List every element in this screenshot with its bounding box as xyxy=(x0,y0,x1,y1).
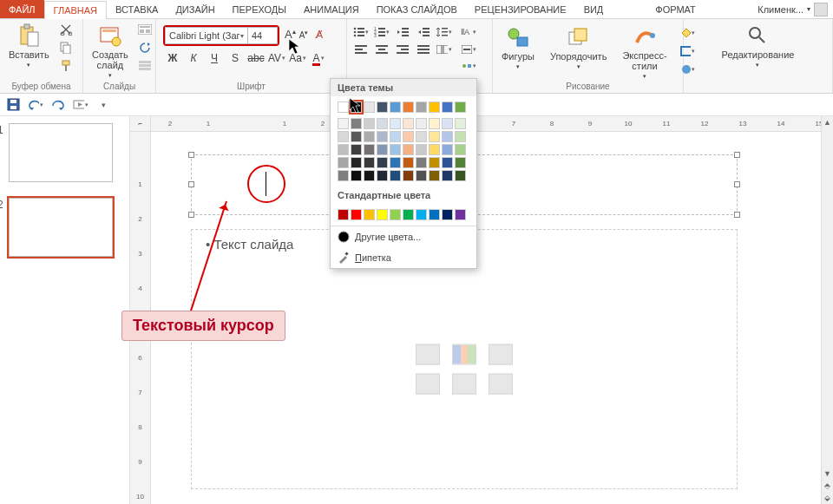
color-swatch[interactable] xyxy=(338,144,349,155)
color-swatch[interactable] xyxy=(442,101,453,113)
color-swatch[interactable] xyxy=(364,101,375,113)
color-swatch[interactable] xyxy=(403,209,414,220)
color-swatch[interactable] xyxy=(429,101,440,113)
color-swatch[interactable] xyxy=(442,170,453,181)
redo-icon[interactable] xyxy=(50,97,66,113)
tab-review[interactable]: РЕЦЕНЗИРОВАНИЕ xyxy=(466,0,575,18)
shapes-button[interactable]: Фигуры▾ xyxy=(498,23,538,72)
align-vert-button[interactable]: ▾ xyxy=(460,43,477,56)
color-swatch[interactable] xyxy=(429,157,440,168)
tab-transitions[interactable]: ПЕРЕХОДЫ xyxy=(224,0,295,18)
color-swatch[interactable] xyxy=(455,118,466,129)
arrange-button[interactable]: Упорядочить▾ xyxy=(547,23,610,72)
tab-home[interactable]: ГЛАВНАЯ xyxy=(44,1,107,19)
increase-indent-button[interactable] xyxy=(415,25,432,39)
color-swatch[interactable] xyxy=(338,157,349,168)
account-area[interactable]: Клименк... ▾ xyxy=(752,0,833,18)
color-swatch[interactable] xyxy=(338,101,349,113)
color-swatch[interactable] xyxy=(364,144,375,155)
color-swatch[interactable] xyxy=(351,118,362,129)
insert-chart-icon[interactable] xyxy=(452,344,476,365)
paste-button[interactable]: Вставить ▾ xyxy=(5,22,53,70)
color-swatch[interactable] xyxy=(429,209,440,220)
color-swatch[interactable] xyxy=(390,157,401,168)
insert-online-picture-icon[interactable] xyxy=(452,374,476,395)
color-swatch[interactable] xyxy=(455,209,466,220)
color-swatch[interactable] xyxy=(364,170,375,181)
color-swatch[interactable] xyxy=(338,118,349,129)
color-swatch[interactable] xyxy=(442,118,453,129)
color-swatch[interactable] xyxy=(390,170,401,181)
color-swatch[interactable] xyxy=(416,131,427,142)
color-swatch[interactable] xyxy=(429,131,440,142)
insert-video-icon[interactable] xyxy=(489,374,513,395)
justify-button[interactable] xyxy=(415,43,432,56)
align-center-button[interactable] xyxy=(373,43,390,56)
color-swatch[interactable] xyxy=(364,131,375,142)
color-swatch[interactable] xyxy=(442,157,453,168)
color-swatch[interactable] xyxy=(364,118,375,129)
color-swatch[interactable] xyxy=(351,157,362,168)
columns-button[interactable]: ▾ xyxy=(436,43,453,56)
color-swatch[interactable] xyxy=(390,101,401,113)
resize-handle[interactable] xyxy=(734,152,740,158)
strike-button[interactable]: abc xyxy=(248,51,264,65)
new-slide-button[interactable]: Создать слайд ▾ xyxy=(89,22,132,81)
decrease-indent-button[interactable] xyxy=(394,25,411,39)
color-swatch[interactable] xyxy=(416,118,427,129)
text-direction-button[interactable]: ⅡA▾ xyxy=(460,25,477,39)
char-spacing-button[interactable]: AV▾ xyxy=(269,51,285,65)
reset-icon[interactable] xyxy=(137,40,153,56)
color-swatch[interactable] xyxy=(403,101,414,113)
color-swatch[interactable] xyxy=(403,170,414,181)
color-swatch[interactable] xyxy=(403,157,414,168)
tab-insert[interactable]: ВСТАВКА xyxy=(107,0,167,18)
color-swatch[interactable] xyxy=(403,144,414,155)
resize-handle[interactable] xyxy=(734,212,740,218)
color-swatch[interactable] xyxy=(377,131,388,142)
numbering-button[interactable]: 123▾ xyxy=(373,25,390,39)
color-swatch[interactable] xyxy=(377,209,388,220)
tab-animation[interactable]: АНИМАЦИЯ xyxy=(295,0,368,18)
insert-picture-icon[interactable] xyxy=(416,374,440,395)
color-swatch[interactable] xyxy=(338,170,349,181)
cut-icon[interactable] xyxy=(58,22,74,37)
italic-button[interactable]: К xyxy=(186,51,201,65)
color-swatch[interactable] xyxy=(377,170,388,181)
slide-thumb-2[interactable]: 2 xyxy=(9,198,113,257)
grow-font-icon[interactable]: A▴ xyxy=(285,28,296,41)
undo-icon[interactable]: ▾ xyxy=(28,97,43,113)
copy-icon[interactable] xyxy=(58,40,74,56)
resize-handle[interactable] xyxy=(734,181,740,187)
tab-design[interactable]: ДИЗАЙН xyxy=(167,0,223,18)
save-icon[interactable] xyxy=(5,97,21,113)
bullets-button[interactable]: ▾ xyxy=(352,25,370,39)
layout-icon[interactable] xyxy=(137,22,153,37)
color-swatch[interactable] xyxy=(390,209,401,220)
color-swatch[interactable] xyxy=(351,170,362,181)
color-swatch[interactable] xyxy=(338,131,349,142)
section-icon[interactable] xyxy=(137,58,153,74)
color-swatch[interactable] xyxy=(416,209,427,220)
color-swatch[interactable] xyxy=(442,131,453,142)
underline-button[interactable]: Ч xyxy=(207,51,222,65)
color-swatch[interactable] xyxy=(403,118,414,129)
insert-table-icon[interactable] xyxy=(416,344,440,365)
vertical-scrollbar[interactable]: ▲ ▼ ⬘ ⬙ xyxy=(821,116,833,504)
clear-format-icon[interactable]: A̸ xyxy=(312,27,327,43)
slide-thumb-1[interactable]: 1 xyxy=(9,123,113,182)
color-swatch[interactable] xyxy=(390,118,401,129)
color-swatch[interactable] xyxy=(338,209,349,220)
color-swatch[interactable] xyxy=(429,118,440,129)
bold-button[interactable]: Ж xyxy=(165,51,180,65)
more-colors-button[interactable]: Другие цвета... xyxy=(331,226,476,247)
color-swatch[interactable] xyxy=(442,144,453,155)
font-name-input[interactable]: Calibri Light (Заг▾ xyxy=(165,27,248,44)
tab-format[interactable]: ФОРМАТ xyxy=(646,0,705,18)
resize-handle[interactable] xyxy=(188,181,194,187)
align-right-button[interactable] xyxy=(394,43,411,56)
eyedropper-button[interactable]: Пипетка xyxy=(331,247,476,268)
align-left-button[interactable] xyxy=(352,43,370,56)
color-swatch[interactable] xyxy=(390,144,401,155)
color-swatch[interactable] xyxy=(416,101,427,113)
